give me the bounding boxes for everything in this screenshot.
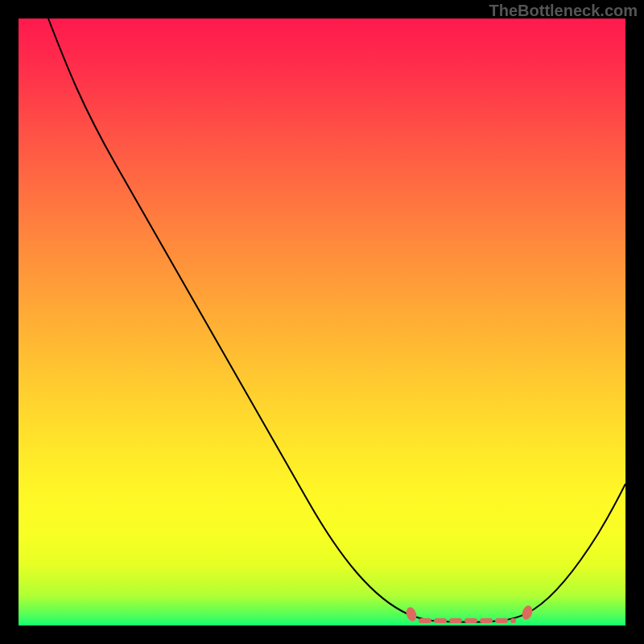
watermark-label: TheBottleneck.com xyxy=(489,2,638,20)
plot-area xyxy=(19,19,625,625)
chart-svg xyxy=(19,19,625,625)
curve-path xyxy=(48,19,625,622)
marker-right xyxy=(521,605,535,621)
chart-container: TheBottleneck.com xyxy=(0,0,644,644)
marker-left xyxy=(405,606,419,623)
